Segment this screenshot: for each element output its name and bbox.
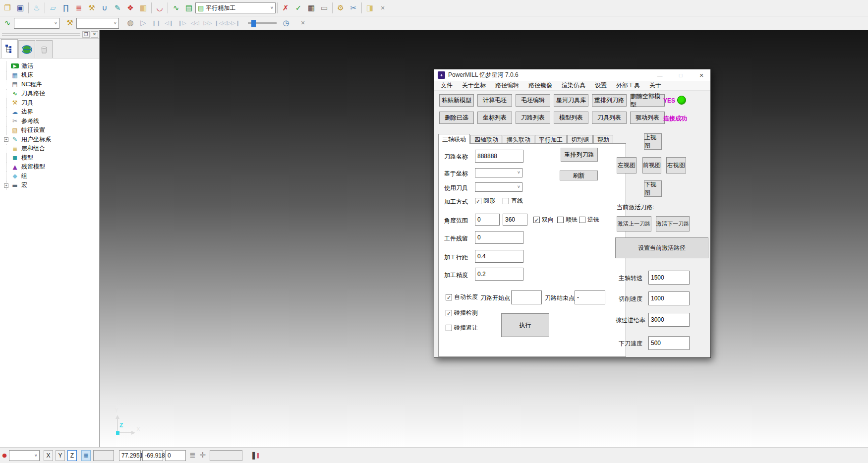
conventional-checkbox[interactable]: 逆铣 <box>579 216 599 224</box>
activate-next-toolpath-button[interactable]: 激活下一刀路 <box>656 216 690 232</box>
sim-toolbar-close-button[interactable]: ✕ <box>296 17 309 30</box>
start-point-input[interactable] <box>511 290 542 304</box>
view-bottom-button[interactable]: 下视图 <box>644 180 662 197</box>
paste-new-model-button[interactable]: 粘贴新模型 <box>439 94 474 107</box>
line-checkbox[interactable]: 直线 <box>503 197 523 205</box>
cutting-speed-input[interactable] <box>648 291 690 305</box>
boundary-button[interactable]: ◡ <box>153 1 166 14</box>
bidirectional-checkbox[interactable]: ✓双向 <box>533 216 554 224</box>
menu-path-mirror[interactable]: 路径镜像 <box>528 81 552 90</box>
tab-explorer-tree[interactable] <box>1 39 18 58</box>
tree-item-patterns[interactable]: ✂参考线 <box>4 116 99 126</box>
sim-tool-combobox[interactable]: ˅ <box>76 18 119 29</box>
axis-y-button[interactable]: Y <box>56 450 65 461</box>
collision-check-checkbox[interactable]: ✓碰撞检测 <box>446 309 478 317</box>
play-button[interactable]: ▷ <box>137 17 150 30</box>
activate-tool-button[interactable]: ✓ <box>292 1 305 14</box>
end-point-input[interactable] <box>575 290 605 304</box>
dialog-titlebar[interactable]: ✦ PowerMILL 忆梦星河 7.0.6 — □ ✕ <box>434 69 710 81</box>
float-panel-button[interactable]: ❐ <box>82 31 90 38</box>
rewind-button[interactable]: ◁◁ <box>188 17 201 30</box>
tree-item-ncprogram[interactable]: ▤NC程序 <box>4 80 99 89</box>
coord-x-field[interactable]: 77.2951 <box>119 450 141 461</box>
tree-item-toolpaths[interactable]: ∿刀具路径 <box>4 89 99 99</box>
tolerance-input[interactable] <box>475 268 523 281</box>
menu-file[interactable]: 文件 <box>441 81 453 90</box>
axis-z-button[interactable]: Z <box>67 450 77 461</box>
reorder-toolpaths-button[interactable]: 重排列刀路 <box>592 94 627 107</box>
coord-select[interactable]: ˅ <box>475 168 522 177</box>
tool-select[interactable]: ˅ <box>475 182 522 192</box>
record-button[interactable]: ● <box>0 449 9 462</box>
strategy-list-button[interactable]: ▤ <box>182 1 195 14</box>
tree-item-tools[interactable]: ⚒刀具 <box>4 98 99 108</box>
view-top-button[interactable]: 上视图 <box>644 133 662 150</box>
locate-icon[interactable]: ✛ <box>200 452 206 459</box>
sim-speed-slider[interactable] <box>248 22 277 24</box>
spindle-speed-input[interactable] <box>648 271 690 285</box>
leads-links-button[interactable]: ∪ <box>98 1 111 14</box>
tab-explorer-globe[interactable] <box>18 40 35 58</box>
go-to-end-button[interactable]: ▷▷❙ <box>227 17 240 30</box>
cut-button[interactable]: ✂ <box>347 1 360 14</box>
sim-toolpath-button[interactable]: ∿ <box>1 17 14 30</box>
panel-grip[interactable] <box>2 33 80 36</box>
compare-models-button[interactable]: ◨ <box>363 1 376 14</box>
reorder-button[interactable]: 重排列刀路 <box>561 148 598 162</box>
measure-button[interactable]: ▭ <box>318 1 331 14</box>
close-panel-button[interactable]: ✕ <box>91 31 98 38</box>
stepover-input[interactable] <box>475 250 523 263</box>
tree-item-machine[interactable]: ▦机床 <box>4 71 99 80</box>
fast-forward-button[interactable]: ▷▷ <box>201 17 214 30</box>
doc-pause-indicator[interactable]: ❚‖ <box>250 452 259 459</box>
sim-clock-button[interactable]: ◷ <box>280 17 292 30</box>
powermill-logo-button[interactable]: ∿ <box>170 1 182 14</box>
go-to-start-button[interactable]: ❙◁◁ <box>214 17 227 30</box>
grid-size-field[interactable] <box>93 450 114 461</box>
activate-prev-toolpath-button[interactable]: 激活上一刀路 <box>617 216 651 232</box>
toolpath-list-button[interactable]: 刀路列表 <box>516 112 550 124</box>
tree-item-boundaries[interactable]: ☁边界 <box>4 108 99 117</box>
expander-icon[interactable]: + <box>4 183 8 188</box>
tool-change-button[interactable]: ⚙ <box>334 1 347 14</box>
plunge-speed-input[interactable] <box>648 336 690 350</box>
calculator-button[interactable]: ▦ <box>305 1 318 14</box>
delete-all-models-button[interactable]: 删除全部模型 <box>630 94 665 107</box>
tree-item-groups[interactable]: ◆组 <box>4 172 99 181</box>
tree-item-macros[interactable]: +▬宏 <box>4 181 99 190</box>
expander-icon[interactable]: + <box>4 137 8 142</box>
menu-coords[interactable]: 关于坐标 <box>462 81 486 90</box>
delete-all-button[interactable]: ♨ <box>30 1 43 14</box>
collision-avoid-checkbox[interactable]: 碰撞避让 <box>446 324 478 332</box>
axis-x-button[interactable]: X <box>44 450 53 461</box>
save-project-button[interactable]: ▣ <box>14 1 27 14</box>
menu-about[interactable]: 关于 <box>649 81 661 90</box>
grid-toggle-button[interactable]: ▦ <box>81 450 91 461</box>
minimize-button[interactable]: — <box>652 71 667 80</box>
tree-item-workplanes[interactable]: +✎用户坐标系 <box>4 135 99 144</box>
menu-external-tools[interactable]: 外部工具 <box>616 81 640 90</box>
toolpath-name-input[interactable] <box>475 150 523 163</box>
strategy-combobox[interactable]: ▤ 平行精加工 ˅ <box>195 2 276 13</box>
edit-stock-button[interactable]: 毛坯编辑 <box>516 94 550 107</box>
tolerance-field[interactable] <box>210 450 242 461</box>
tree-item-stock-models[interactable]: ▲残留模型 <box>4 163 99 172</box>
step-back-button[interactable]: ◁❙ <box>163 17 175 30</box>
climb-checkbox[interactable]: 顺铣 <box>557 216 578 224</box>
tool-list-button[interactable]: 刀具列表 <box>592 112 627 124</box>
toolbar-close-button[interactable]: ✕ <box>376 1 389 14</box>
highlight-button[interactable]: ◍ <box>124 17 137 30</box>
drive-list-button[interactable]: 驱动列表 <box>630 112 665 124</box>
workplane-button[interactable]: ✎ <box>111 1 124 14</box>
maximize-button[interactable]: □ <box>673 71 688 80</box>
stock-input[interactable] <box>475 231 523 244</box>
angle-to-input[interactable] <box>503 214 527 226</box>
pattern-button[interactable]: ❖ <box>124 1 137 14</box>
coord-z-field[interactable]: 0 <box>165 450 186 461</box>
tool-button[interactable]: ⚒ <box>85 1 98 14</box>
toolpath-strategy-button[interactable]: ≣ <box>72 1 85 14</box>
skim-feed-input[interactable] <box>648 313 690 327</box>
coord-y-field[interactable]: -69.918 <box>142 450 163 461</box>
delete-tool-button[interactable]: ✗ <box>279 1 292 14</box>
refresh-button[interactable]: 刷新 <box>560 171 598 180</box>
